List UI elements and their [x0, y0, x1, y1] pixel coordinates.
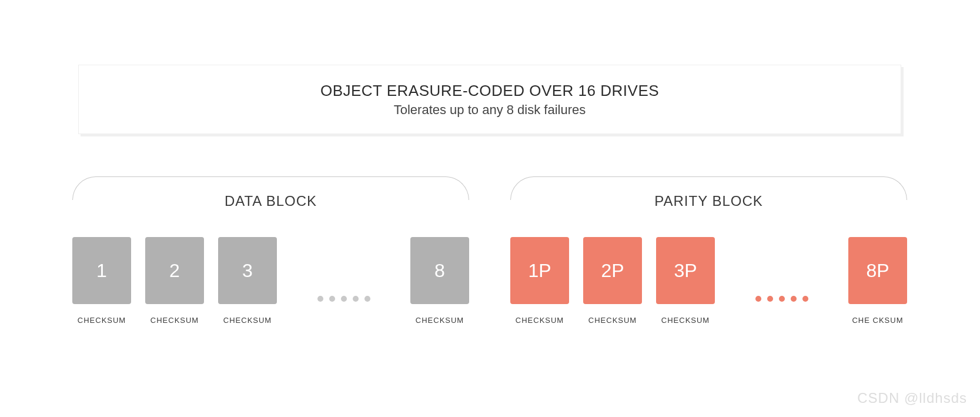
data-block-group: DATA BLOCK 1 CHECKSUM 2 CHECKSUM 3 CHECK…: [72, 176, 469, 325]
data-block: 3: [218, 237, 277, 304]
parity-block-col: 3P CHECKSUM: [656, 237, 715, 325]
header-box: OBJECT ERASURE-CODED OVER 16 DRIVES Tole…: [78, 65, 901, 134]
dot-icon: [767, 296, 773, 302]
parity-block-col: 1P CHECKSUM: [510, 237, 569, 325]
checksum-label: CHECKSUM: [588, 316, 637, 325]
header-subtitle: Tolerates up to any 8 disk failures: [394, 102, 586, 118]
dot-icon: [329, 296, 335, 302]
parity-blocks-row: 1P CHECKSUM 2P CHECKSUM 3P CHECKSUM 8P C…: [510, 237, 907, 325]
parity-block: 1P: [510, 237, 569, 304]
data-block-col: 1 CHECKSUM: [72, 237, 131, 325]
dot-icon: [755, 296, 761, 302]
data-block: 8: [410, 237, 469, 304]
checksum-label: CHECKSUM: [661, 316, 710, 325]
checksum-label: CHECKSUM: [416, 316, 464, 325]
watermark: CSDN @lldhsds: [857, 390, 967, 406]
dot-icon: [364, 296, 370, 302]
data-group-label: DATA BLOCK: [212, 193, 330, 209]
data-block-col: 2 CHECKSUM: [145, 237, 204, 325]
dot-icon: [317, 296, 323, 302]
data-block: 1: [72, 237, 131, 304]
groups-row: DATA BLOCK 1 CHECKSUM 2 CHECKSUM 3 CHECK…: [72, 176, 907, 325]
dot-icon: [802, 296, 808, 302]
data-ellipsis: [291, 237, 396, 304]
parity-block: 8P: [848, 237, 907, 304]
parity-ellipsis: [729, 237, 834, 304]
dot-icon: [791, 296, 797, 302]
checksum-label: CHECKSUM: [223, 316, 272, 325]
data-blocks-row: 1 CHECKSUM 2 CHECKSUM 3 CHECKSUM 8 CHECK…: [72, 237, 469, 325]
parity-group-label: PARITY BLOCK: [641, 193, 776, 209]
parity-block: 3P: [656, 237, 715, 304]
parity-block-col: 8P CHE CKSUM: [848, 237, 907, 325]
checksum-label: CHE CKSUM: [852, 316, 903, 325]
data-block-col: 8 CHECKSUM: [410, 237, 469, 325]
checksum-label: CHECKSUM: [150, 316, 199, 325]
parity-block-col: 2P CHECKSUM: [583, 237, 642, 325]
dot-icon: [353, 296, 359, 302]
dot-icon: [779, 296, 785, 302]
parity-block-group: PARITY BLOCK 1P CHECKSUM 2P CHECKSUM 3P …: [510, 176, 907, 325]
checksum-label: CHECKSUM: [78, 316, 126, 325]
header-title: OBJECT ERASURE-CODED OVER 16 DRIVES: [320, 82, 659, 100]
checksum-label: CHECKSUM: [516, 316, 564, 325]
data-block: 2: [145, 237, 204, 304]
data-block-col: 3 CHECKSUM: [218, 237, 277, 325]
parity-block: 2P: [583, 237, 642, 304]
dot-icon: [341, 296, 347, 302]
